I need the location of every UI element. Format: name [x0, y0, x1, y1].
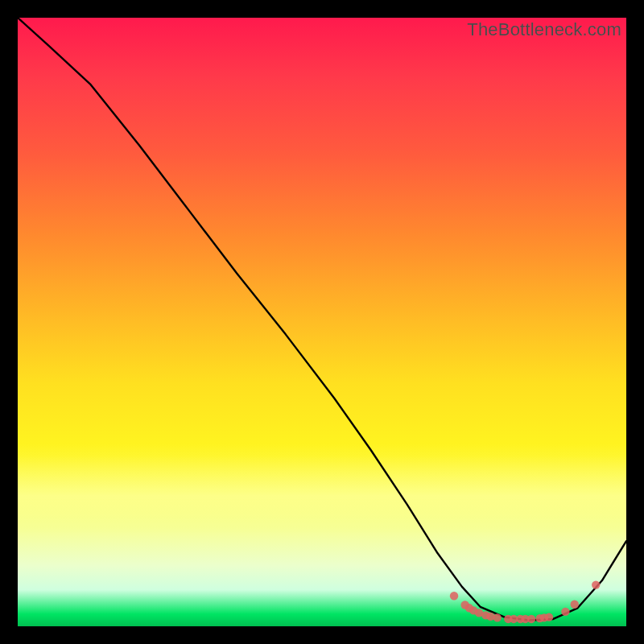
marker-dot — [592, 580, 600, 588]
marker-dot — [527, 615, 535, 623]
curve-overlay — [18, 18, 626, 626]
marker-dot — [571, 601, 579, 609]
plot-area: TheBottleneck.com — [18, 18, 626, 626]
marker-dot — [561, 608, 569, 616]
marker-dot — [545, 613, 553, 621]
watermark-text: TheBottleneck.com — [467, 19, 621, 40]
bottleneck-curve — [18, 18, 626, 620]
optimal-zone-dots — [450, 580, 601, 623]
marker-dot — [450, 592, 458, 600]
marker-dot — [493, 613, 502, 621]
chart-stage: TheBottleneck.com — [0, 0, 644, 644]
